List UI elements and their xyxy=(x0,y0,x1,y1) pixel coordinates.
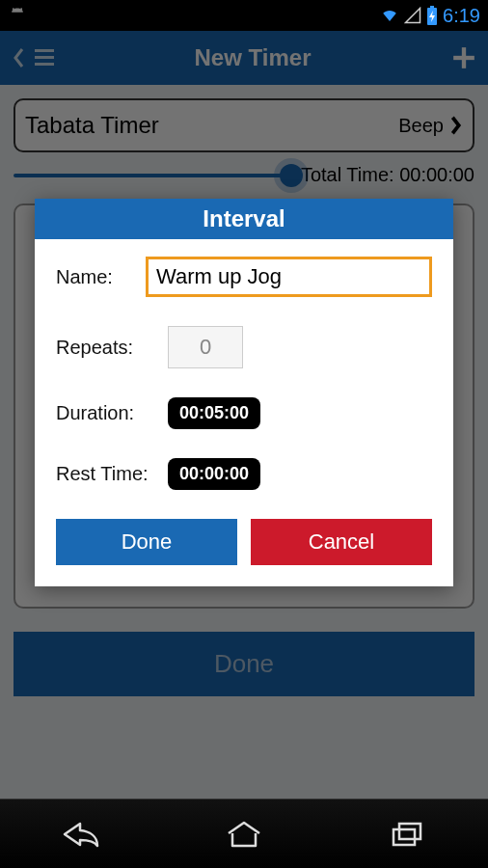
nav-back-icon[interactable] xyxy=(14,803,149,865)
status-time: 6:19 xyxy=(443,5,480,27)
status-bar: 6:19 xyxy=(0,0,488,31)
name-label: Name: xyxy=(56,266,146,288)
wifi-icon xyxy=(379,7,400,24)
repeats-input[interactable] xyxy=(168,326,243,368)
modal-overlay: Interval Name: Repeats: Duration: 00:05:… xyxy=(0,31,488,799)
rest-time-value[interactable]: 00:00:00 xyxy=(168,458,260,490)
rest-time-label: Rest Time: xyxy=(56,463,168,485)
svg-rect-10 xyxy=(399,824,420,839)
nav-recents-icon[interactable] xyxy=(339,803,474,865)
done-button[interactable]: Done xyxy=(56,519,237,565)
repeats-label: Repeats: xyxy=(56,337,168,359)
nav-home-icon[interactable] xyxy=(176,803,312,865)
interval-dialog: Interval Name: Repeats: Duration: 00:05:… xyxy=(35,199,453,586)
svg-rect-3 xyxy=(430,6,434,8)
svg-rect-9 xyxy=(393,829,415,845)
cell-signal-icon xyxy=(404,7,421,24)
name-input[interactable] xyxy=(146,257,432,297)
android-nav-bar xyxy=(0,799,488,868)
dialog-title: Interval xyxy=(35,199,453,239)
android-logo xyxy=(8,6,27,25)
duration-value[interactable]: 00:05:00 xyxy=(168,397,260,429)
cancel-button[interactable]: Cancel xyxy=(251,519,432,565)
battery-icon xyxy=(425,6,439,25)
duration-label: Duration: xyxy=(56,402,168,424)
